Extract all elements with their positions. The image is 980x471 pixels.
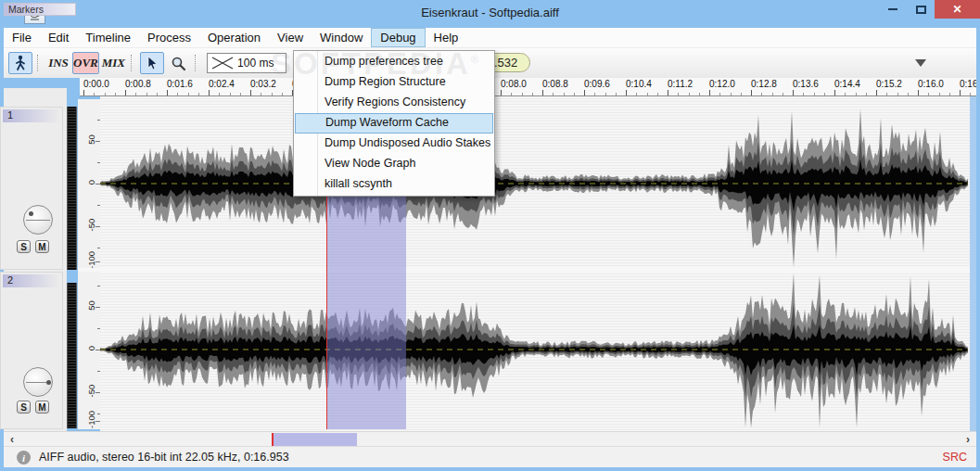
ruler-major-tick — [501, 90, 502, 95]
debug-menu-item[interactable]: View Node Graph — [295, 154, 493, 174]
markers-title: Markers — [8, 4, 44, 15]
mix-mode-button[interactable]: MIX — [101, 52, 126, 74]
catch-tool-button[interactable] — [8, 52, 32, 74]
ruler-minor-tick — [553, 93, 554, 95]
debug-menu-item[interactable]: Dump preferences tree — [295, 52, 493, 72]
amp-scale-label: -100 — [86, 249, 96, 271]
ruler-major-tick — [960, 90, 961, 95]
ruler-minor-tick — [897, 93, 898, 95]
ruler-minor-tick — [886, 93, 887, 95]
menubar-item-help[interactable]: Help — [426, 28, 467, 47]
ruler-minor-tick — [636, 93, 637, 95]
debug-menu-item[interactable]: Verify Regions Consistency — [295, 93, 493, 113]
channel-2-waveform — [100, 272, 968, 429]
ruler-minor-tick — [657, 93, 658, 95]
menubar-item-window[interactable]: Window — [312, 28, 371, 47]
debug-menu-item[interactable]: Dump Waveform Cache — [295, 113, 493, 134]
debug-menu-item[interactable]: killall scsynth — [295, 174, 493, 195]
scroll-left-arrow[interactable]: ‹ — [6, 432, 19, 446]
time-display-value: .532 — [494, 56, 517, 70]
channel-1-header[interactable]: 1 — [3, 109, 60, 122]
ruler-minor-tick — [866, 93, 867, 95]
ruler-time-label: 0:15.2 — [876, 79, 902, 89]
mix-mode-label: MIX — [102, 56, 125, 70]
ruler-minor-tick — [230, 93, 231, 95]
amp-scale-label: 50 — [86, 295, 96, 317]
markers-panel-header[interactable]: Markers — [4, 3, 76, 16]
overwrite-mode-button[interactable]: OVR — [72, 52, 99, 74]
title-bar: Eisenkraut - Softpedia.aiff ✕ — [0, 0, 980, 28]
ruler-major-tick — [793, 90, 794, 95]
menubar-item-process[interactable]: Process — [139, 28, 199, 47]
insert-mode-button[interactable]: INS — [46, 52, 70, 74]
ruler-minor-tick — [949, 93, 950, 95]
minimize-icon — [888, 8, 897, 10]
mute-label: M — [38, 402, 45, 413]
channel-1-pan-knob[interactable] — [23, 205, 53, 235]
ruler-minor-tick — [157, 93, 158, 95]
ruler-minor-tick — [94, 93, 95, 95]
ruler-time-label: 0:00.8 — [125, 79, 151, 89]
ruler-time-label: 0:08.8 — [542, 79, 568, 89]
channel-2-mute-button[interactable]: M — [35, 401, 49, 414]
ruler-minor-tick — [908, 93, 909, 95]
ruler-time-label: 0:03.2 — [250, 79, 276, 89]
ruler-time-label: 0:11.2 — [668, 79, 693, 89]
ruler-minor-tick — [574, 93, 575, 95]
channel-strip-1: 1 S M — [0, 107, 63, 270]
ruler-minor-tick — [522, 93, 523, 95]
channel-2-level-meter — [67, 283, 77, 428]
ruler-minor-tick — [240, 93, 241, 95]
maximize-button[interactable] — [907, 0, 935, 19]
ruler-time-label: 0:02.4 — [209, 79, 235, 89]
channel-2-solo-button[interactable]: S — [17, 401, 31, 414]
channel-1-amplitude-ruler: 500-50-100 — [78, 99, 100, 270]
mute-label: M — [38, 242, 45, 252]
ruler-minor-tick — [146, 93, 147, 95]
ruler-minor-tick — [845, 93, 846, 95]
menubar-item-operation[interactable]: Operation — [199, 28, 269, 47]
zoom-tool-button[interactable] — [166, 52, 190, 74]
menubar-item-view[interactable]: View — [269, 28, 312, 47]
channel-2-pan-knob[interactable] — [23, 367, 53, 397]
channel-strip-2: 2 S M — [0, 272, 63, 429]
minimize-button[interactable] — [879, 0, 907, 19]
ruler-time-label: 0:01.6 — [167, 79, 193, 89]
arrow-cursor-icon — [146, 56, 159, 70]
crossfade-icon — [211, 57, 234, 70]
ruler-time-label: 0:10.4 — [626, 79, 652, 89]
ruler-time-label: 0:16.8 — [960, 79, 976, 89]
pointer-tool-button[interactable] — [140, 52, 164, 74]
channel-2-header[interactable]: 2 — [3, 274, 60, 287]
knob-pointer-line — [26, 220, 50, 221]
scrollbar-selection-indicator[interactable] — [272, 433, 357, 446]
ruler-minor-tick — [814, 93, 815, 95]
toolbar-overflow-dropdown-icon[interactable] — [915, 59, 926, 67]
overwrite-mode-label: OVR — [73, 56, 98, 70]
amp-scale-label: 0 — [86, 337, 96, 360]
ruler-minor-tick — [741, 93, 742, 95]
ruler-major-tick — [542, 90, 543, 95]
channel-1-solo-button[interactable]: S — [17, 240, 31, 253]
channel-1-mute-button[interactable]: M — [35, 240, 49, 253]
ruler-major-tick — [83, 90, 84, 95]
debug-menu-item[interactable]: Dump Undisposed Audio Stakes — [295, 134, 493, 154]
right-edge-strip — [970, 96, 976, 431]
menubar-item-debug[interactable]: Debug — [371, 28, 425, 47]
waveform-display-area[interactable] — [100, 96, 970, 431]
blend-time-value: 100 ms — [237, 57, 274, 70]
ruler-minor-tick — [105, 93, 106, 95]
menubar-item-timeline[interactable]: Timeline — [77, 28, 139, 47]
scroll-right-arrow[interactable]: › — [961, 432, 974, 446]
close-button[interactable]: ✕ — [935, 0, 980, 19]
menubar-item-edit[interactable]: Edit — [40, 28, 77, 47]
knob-position-dot — [29, 211, 33, 216]
timeline-ruler[interactable]: 0:00.00:00.80:01.60:02.40:03.20:04.00:04… — [80, 78, 976, 96]
debug-menu-item[interactable]: Dump Region Structure — [295, 72, 493, 93]
menubar-item-file[interactable]: File — [4, 28, 40, 47]
ruler-major-tick — [167, 90, 168, 95]
amp-scale-label: -100 — [86, 409, 96, 430]
ruler-minor-tick — [970, 93, 971, 95]
blend-time-combobox[interactable]: 100 ms — [207, 53, 286, 73]
horizontal-scrollbar[interactable]: ‹ › — [4, 431, 976, 446]
